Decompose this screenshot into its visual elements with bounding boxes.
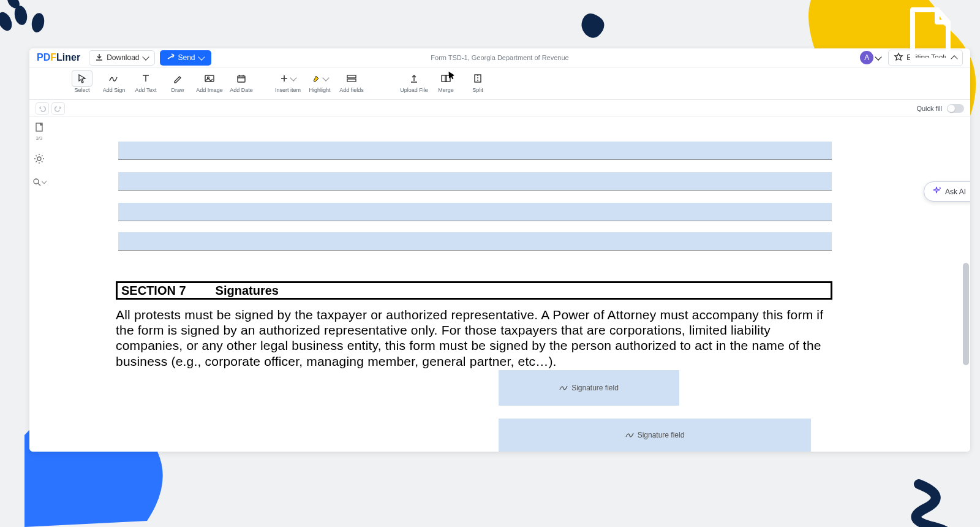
tool-insert-item[interactable]: Insert item <box>272 70 304 93</box>
section-number: SECTION 7 <box>121 284 186 298</box>
signature-field-taxpayer[interactable]: Signature field <box>499 370 679 406</box>
tool-add-sign[interactable]: Add Sign <box>98 70 130 93</box>
tool-add-text[interactable]: Add Text <box>130 70 162 93</box>
document-title: Form TSD-1, Georgia Department of Revenu… <box>431 54 568 61</box>
ask-ai-label: Ask AI <box>945 188 966 196</box>
tool-highlight[interactable]: Highlight <box>304 70 336 93</box>
signature-icon <box>104 70 124 87</box>
download-icon <box>96 53 103 63</box>
decor-pdf-icon-float <box>900 5 956 66</box>
signature-icon <box>559 384 568 393</box>
calendar-icon <box>231 70 252 87</box>
tool-label: Select <box>74 87 89 93</box>
settings-button[interactable] <box>32 153 47 165</box>
download-button[interactable]: Download <box>89 50 154 66</box>
form-textfield[interactable] <box>118 232 832 251</box>
form-textfield[interactable] <box>118 142 832 160</box>
decor-brush-top-left <box>0 0 67 46</box>
chevron-down-icon <box>42 178 47 183</box>
pages-button[interactable]: 3/3 <box>32 122 47 141</box>
highlighter-icon <box>309 70 330 87</box>
section-paragraph: All protests must be signed by the taxpa… <box>116 307 839 369</box>
tool-add-fields[interactable]: Add fields <box>336 70 368 93</box>
page-count: 3/3 <box>32 135 47 141</box>
signature-field-representative[interactable]: Signature field <box>499 419 811 452</box>
avatar: A <box>860 51 873 64</box>
tool-upload-file[interactable]: Upload File <box>398 70 430 93</box>
send-button[interactable]: Send <box>160 50 211 66</box>
brand-logo[interactable]: PDFLiner <box>37 52 80 63</box>
undo-button[interactable] <box>36 102 49 115</box>
tool-label: Upload File <box>400 87 428 93</box>
tool-draw[interactable]: Draw <box>162 70 194 93</box>
app-window: PDFLiner Download Send Form TSD-1, Georg… <box>29 48 970 452</box>
tool-select[interactable]: Select <box>66 70 98 93</box>
redo-button[interactable] <box>51 102 65 115</box>
quickfill-label: Quick fill <box>916 105 942 112</box>
form-textfield[interactable] <box>118 172 832 191</box>
editor-body: 3/3 SECTION 7 Signatures All protests mu… <box>29 117 970 452</box>
svg-rect-13 <box>347 79 356 82</box>
svg-rect-11 <box>238 76 245 82</box>
tool-label: Add Date <box>230 87 253 93</box>
ask-ai-button[interactable]: Ask AI <box>924 181 970 202</box>
download-label: Download <box>107 53 139 62</box>
svg-rect-9 <box>205 75 214 82</box>
tool-label: Add Image <box>196 87 223 93</box>
pencil-icon <box>167 70 188 87</box>
toolbar: Select Add Sign Add Text Draw Add Image … <box>29 67 970 100</box>
decor-ink-top <box>578 13 609 41</box>
toggle-switch[interactable] <box>947 104 964 113</box>
tool-label: Merge <box>438 87 454 93</box>
tool-label: Insert item <box>275 87 301 93</box>
tool-label: Draw <box>171 87 184 93</box>
chevron-down-icon <box>290 74 296 81</box>
brand-pre: P <box>37 52 43 63</box>
tool-split[interactable]: Split <box>462 70 494 93</box>
section-header: SECTION 7 Signatures <box>116 281 832 300</box>
chevron-down-icon <box>875 53 882 60</box>
form-textfield[interactable] <box>118 203 832 221</box>
left-rail: 3/3 <box>29 117 49 452</box>
topbar: PDFLiner Download Send Form TSD-1, Georg… <box>29 48 970 67</box>
tool-add-date[interactable]: Add Date <box>225 70 257 93</box>
svg-point-19 <box>34 179 39 184</box>
signature-field-label: Signature field <box>638 431 685 439</box>
tool-label: Add Sign <box>103 87 126 93</box>
svg-point-2 <box>30 12 45 34</box>
tool-add-image[interactable]: Add Image <box>194 70 225 93</box>
upload-icon <box>404 70 424 87</box>
quickfill-toggle[interactable]: Quick fill <box>916 104 964 113</box>
user-menu[interactable]: A <box>860 51 881 64</box>
subbar: Quick fill <box>29 100 970 117</box>
tool-label: Highlight <box>309 87 330 93</box>
chevron-down-icon <box>322 74 329 81</box>
chevron-down-icon <box>198 53 205 60</box>
cursor-icon <box>72 70 92 87</box>
signature-field-label: Signature field <box>571 384 619 392</box>
tool-label: Split <box>472 87 483 93</box>
tool-label: Add fields <box>339 87 364 93</box>
svg-rect-14 <box>442 75 447 82</box>
scrollbar-thumb[interactable] <box>963 263 969 365</box>
sparkle-icon <box>932 186 941 197</box>
send-label: Send <box>178 53 195 62</box>
brand-f: F <box>50 52 56 63</box>
decor-squiggle <box>907 478 968 527</box>
text-icon <box>135 70 156 87</box>
tool-label: Add Text <box>135 87 157 93</box>
signature-icon <box>625 431 634 440</box>
section-title: Signatures <box>216 284 279 298</box>
plus-icon <box>277 70 298 87</box>
zoom-button[interactable] <box>32 178 47 186</box>
document-canvas[interactable]: SECTION 7 Signatures All protests must b… <box>49 117 970 452</box>
image-icon <box>199 70 220 87</box>
svg-point-18 <box>37 157 41 161</box>
brand-suffix: Liner <box>56 52 80 63</box>
svg-rect-12 <box>347 75 356 78</box>
chevron-down-icon <box>142 53 149 60</box>
fields-icon <box>341 70 362 87</box>
svg-point-0 <box>0 10 15 32</box>
brand-mid: D <box>43 52 51 63</box>
split-icon <box>467 70 488 87</box>
